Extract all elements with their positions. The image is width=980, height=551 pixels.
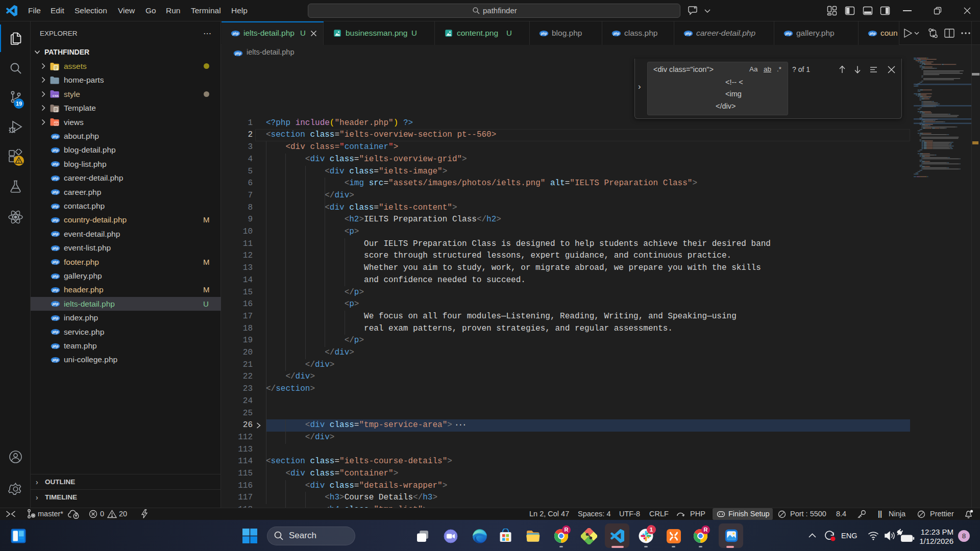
svg-text:php: php xyxy=(613,32,620,36)
svg-text:php: php xyxy=(52,246,59,251)
svg-text:php: php xyxy=(52,330,59,334)
svg-text:php: php xyxy=(785,32,792,36)
svg-text:php: php xyxy=(52,344,59,348)
svg-text:php: php xyxy=(52,205,59,209)
svg-text:php: php xyxy=(52,218,59,222)
svg-text:CSS: CSS xyxy=(53,94,59,97)
svg-text:php: php xyxy=(52,135,59,139)
svg-text:php: php xyxy=(52,260,59,264)
svg-text:php: php xyxy=(52,288,59,292)
svg-text:php: php xyxy=(52,232,59,236)
svg-text:php: php xyxy=(52,162,59,166)
svg-text:<>: <> xyxy=(54,122,58,126)
svg-text:php: php xyxy=(685,32,692,36)
svg-text:php: php xyxy=(52,177,59,181)
svg-text:php: php xyxy=(235,52,241,56)
svg-text:php: php xyxy=(541,32,547,36)
svg-text:php: php xyxy=(52,190,59,194)
svg-text:php: php xyxy=(52,302,59,306)
svg-text:php: php xyxy=(52,316,59,320)
svg-text:php: php xyxy=(869,32,876,36)
svg-text:php: php xyxy=(52,274,59,279)
svg-text:php: php xyxy=(232,32,239,36)
svg-text:php: php xyxy=(52,358,59,362)
svg-text:php: php xyxy=(52,148,59,153)
